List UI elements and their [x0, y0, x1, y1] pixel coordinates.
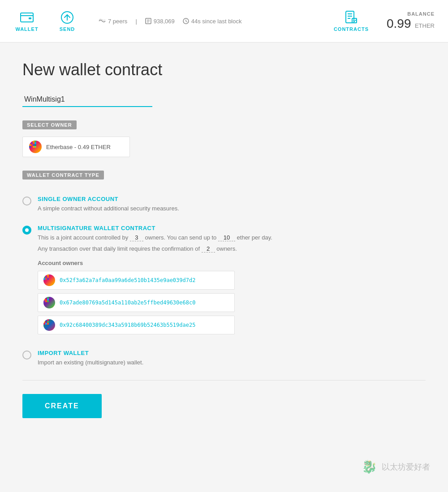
svg-rect-23	[43, 274, 45, 276]
network-info: 7 peers | 938,069 44s since last block	[99, 18, 242, 25]
svg-rect-13	[33, 142, 34, 144]
svg-rect-5	[346, 11, 354, 23]
svg-rect-22	[34, 146, 36, 148]
contract-name-input[interactable]	[22, 93, 152, 107]
wallet-contract-type-section: WALLET CONTRACT TYPE SINGLE OWNER ACCOUN…	[22, 171, 426, 367]
svg-rect-17	[33, 144, 34, 146]
contract-type-options: SINGLE OWNER ACCOUNT A simple contract w…	[22, 196, 426, 367]
svg-rect-9	[33, 141, 34, 142]
app-header: WALLET SEND 7 peers | 938,069 44s since …	[0, 0, 448, 43]
svg-rect-25	[47, 274, 49, 276]
import-wallet-content: IMPORT WALLET Import an existing (multis…	[38, 350, 426, 367]
owner-3-address: 0x92c68400389dc343a5918b69b52463b5519dae…	[60, 322, 195, 328]
multisig-title: MULTISIGNATURE WALLET CONTRACT	[38, 225, 426, 231]
owner-avatar	[29, 141, 42, 153]
ether-limit-input[interactable]	[218, 234, 235, 241]
watermark: 🐉 以太坊爱好者	[362, 459, 430, 474]
svg-rect-47	[43, 323, 45, 325]
svg-rect-11	[29, 142, 31, 144]
balance-label: BALANCE	[407, 11, 435, 17]
page-title: New wallet contract	[22, 60, 426, 79]
svg-rect-36	[45, 299, 47, 300]
nav-contracts[interactable]: CONTRACTS	[334, 10, 369, 32]
svg-rect-31	[47, 278, 49, 280]
svg-rect-15	[29, 144, 31, 146]
owner-2-avatar	[43, 297, 55, 308]
svg-rect-7	[29, 141, 31, 142]
balance-amount: 0.99	[387, 17, 411, 30]
import-wallet-desc: Import an existing (multisignature) wall…	[38, 358, 426, 367]
owner-dropdown[interactable]: Etherbase - 0.49 ETHER	[22, 137, 130, 157]
wallet-label: WALLET	[15, 26, 38, 32]
svg-rect-45	[45, 321, 47, 323]
import-wallet-radio[interactable]	[22, 351, 31, 359]
svg-rect-20	[31, 146, 33, 148]
owner-3-avatar	[43, 319, 55, 331]
owner-row-3: 0x92c68400389dc343a5918b69b52463b5519dae…	[38, 316, 235, 334]
svg-rect-21	[33, 146, 34, 148]
main-nav: WALLET SEND	[13, 10, 81, 32]
single-owner-content: SINGLE OWNER ACCOUNT A simple contract w…	[38, 196, 426, 213]
nav-send[interactable]: SEND	[54, 10, 81, 32]
single-owner-title: SINGLE OWNER ACCOUNT	[38, 196, 426, 202]
send-label: SEND	[60, 26, 75, 32]
svg-rect-38	[43, 300, 45, 302]
owner-1-address: 0x52f3a62a7afa0aa99a6de510b1435e9ae039d7…	[60, 277, 195, 283]
svg-rect-44	[43, 321, 45, 323]
balance-section: BALANCE 0.99 ETHER	[387, 11, 435, 31]
nav-wallet[interactable]: WALLET	[13, 10, 40, 32]
section-divider	[22, 380, 426, 381]
svg-rect-16	[31, 144, 33, 146]
svg-rect-29	[43, 278, 45, 280]
svg-rect-1	[29, 17, 31, 19]
multisig-option[interactable]: MULTISIGNATURE WALLET CONTRACT This is a…	[22, 225, 426, 338]
owner-row-2: 0x67ade80769a5d145a110ab2e5ffbed49630e68…	[38, 293, 235, 312]
confirmation-count-input[interactable]	[202, 245, 215, 252]
owners-count-input[interactable]	[130, 234, 143, 241]
multisig-desc-1: This is a joint account controlled by ow…	[38, 233, 426, 242]
svg-rect-28	[47, 276, 49, 278]
single-owner-radio[interactable]	[22, 197, 31, 205]
svg-rect-33	[45, 297, 47, 299]
svg-rect-0	[21, 13, 33, 22]
wallet-contract-type-badge: WALLET CONTRACT TYPE	[22, 171, 104, 180]
contracts-label: CONTRACTS	[334, 26, 369, 32]
import-wallet-option[interactable]: IMPORT WALLET Import an existing (multis…	[22, 350, 426, 367]
watermark-text: 以太坊爱好者	[382, 462, 430, 472]
account-owners-label: Account owners	[38, 260, 426, 266]
block-number: 938,069	[145, 18, 175, 25]
svg-rect-49	[47, 323, 49, 325]
svg-rect-24	[45, 274, 47, 276]
owner-row-1: 0x52f3a62a7afa0aa99a6de510b1435e9ae039d7…	[38, 271, 235, 290]
main-content: New wallet contract SELECT OWNER	[0, 43, 448, 492]
select-owner-badge: SELECT OWNER	[22, 120, 77, 129]
last-block-info: 44s since last block	[183, 18, 242, 25]
svg-rect-27	[45, 276, 47, 278]
svg-rect-10	[34, 141, 36, 142]
svg-rect-19	[29, 146, 31, 148]
multisig-desc-2: Any transaction over that daily limit re…	[38, 244, 426, 253]
owner-1-avatar	[43, 274, 55, 286]
multisig-content: MULTISIGNATURE WALLET CONTRACT This is a…	[38, 225, 426, 338]
svg-rect-46	[47, 321, 49, 323]
svg-rect-14	[34, 142, 36, 144]
svg-rect-37	[47, 299, 49, 300]
svg-rect-12	[31, 142, 33, 144]
select-owner-section: SELECT OWNER	[22, 120, 426, 157]
peers-info: 7 peers	[99, 18, 127, 25]
svg-rect-34	[47, 297, 49, 299]
single-owner-option[interactable]: SINGLE OWNER ACCOUNT A simple contract w…	[22, 196, 426, 213]
single-owner-desc: A simple contract without additional sec…	[38, 204, 426, 213]
create-button[interactable]: CREATE	[22, 394, 102, 418]
import-wallet-title: IMPORT WALLET	[38, 350, 426, 356]
balance-unit: ETHER	[415, 22, 435, 29]
svg-rect-48	[45, 323, 47, 325]
svg-rect-8	[31, 141, 33, 142]
watermark-icon: 🐉	[362, 459, 377, 474]
svg-rect-41	[43, 319, 45, 321]
svg-rect-35	[43, 299, 45, 300]
owner-text: Etherbase - 0.49 ETHER	[46, 144, 111, 150]
svg-rect-39	[45, 300, 47, 302]
svg-rect-43	[47, 319, 49, 321]
multisig-radio[interactable]	[22, 226, 31, 235]
